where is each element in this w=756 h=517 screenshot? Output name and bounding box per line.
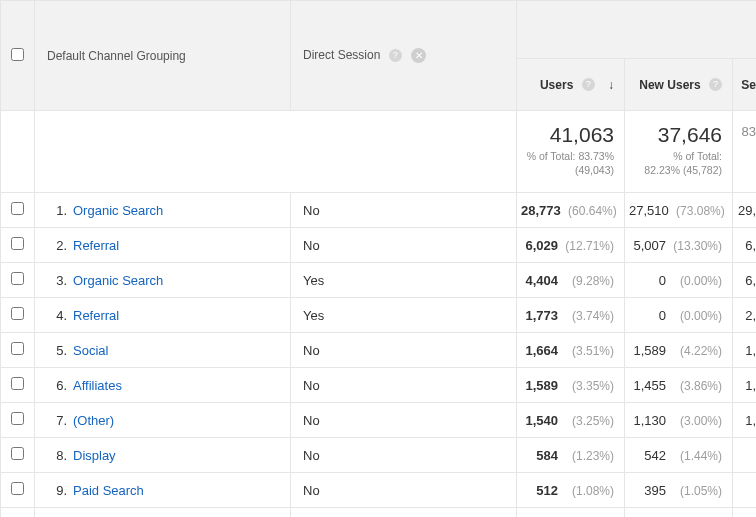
new-users-percent: (1.05%) <box>672 484 722 498</box>
users-percent: (3.51%) <box>564 344 614 358</box>
channel-cell: 5.Social <box>35 333 291 368</box>
row-checkbox[interactable] <box>11 377 24 390</box>
new-users-percent: (4.22%) <box>672 344 722 358</box>
new-users-cell: 0(0.00%) <box>625 508 733 518</box>
new-users-cell: 1,130(3.00%) <box>625 403 733 438</box>
table-row: 6.AffiliatesNo1,589(3.35%)1,455(3.86%)1, <box>1 368 757 403</box>
new-users-percent: (0.00%) <box>672 309 722 323</box>
row-checkbox[interactable] <box>11 482 24 495</box>
users-label: Users <box>540 78 573 92</box>
row-index: 9. <box>35 483 73 498</box>
row-checkbox[interactable] <box>11 342 24 355</box>
channel-cell: 8.Display <box>35 438 291 473</box>
sort-descending-icon: ↓ <box>608 78 614 92</box>
direct-session-cell: Yes <box>291 298 517 333</box>
help-icon[interactable]: ? <box>709 78 722 91</box>
new-users-cell: 542(1.44%) <box>625 438 733 473</box>
direct-session-cell: No <box>291 403 517 438</box>
table-row: 5.SocialNo1,664(3.51%)1,589(4.22%)1, <box>1 333 757 368</box>
new-users-value: 1,455 <box>633 378 666 393</box>
users-cell: 6,029(12.71%) <box>517 228 625 263</box>
channel-link[interactable]: Paid Search <box>73 483 144 498</box>
table-row: 10.(Other)Yes174(0.37%)0(0.00%) <box>1 508 757 518</box>
row-checkbox[interactable] <box>11 237 24 250</box>
summary-users-sub1: % of Total: 83.73% <box>523 149 614 163</box>
direct-session-cell: No <box>291 333 517 368</box>
row-checkbox-cell <box>1 263 35 298</box>
users-cell: 1,773(3.74%) <box>517 298 625 333</box>
new-users-value: 1,589 <box>633 343 666 358</box>
sessions-cell <box>733 508 757 518</box>
new-users-percent: (73.08%) <box>675 204 725 218</box>
users-percent: (3.35%) <box>564 379 614 393</box>
select-all-checkbox[interactable] <box>11 48 24 61</box>
users-cell: 28,773(60.64%) <box>517 193 625 228</box>
channel-link[interactable]: Referral <box>73 308 119 323</box>
direct-session-cell: No <box>291 473 517 508</box>
users-cell: 1,664(3.51%) <box>517 333 625 368</box>
summary-blank-wide <box>35 111 517 193</box>
channel-link[interactable]: Organic Search <box>73 273 163 288</box>
users-percent: (1.23%) <box>564 449 614 463</box>
summary-sessions-frag: 83 <box>739 123 756 141</box>
sessions-cell: 29, <box>733 193 757 228</box>
summary-new-users: 37,646 % of Total: 82.23% (45,782) <box>625 111 733 193</box>
column-header-sessions[interactable]: Se <box>733 59 757 111</box>
table-row: 1.Organic SearchNo28,773(60.64%)27,510(7… <box>1 193 757 228</box>
header-secondary-dimension[interactable]: Direct Session ? ✕ <box>291 1 517 111</box>
new-users-cell: 0(0.00%) <box>625 298 733 333</box>
channel-cell: 6.Affiliates <box>35 368 291 403</box>
header-primary-dimension[interactable]: Default Channel Grouping <box>35 1 291 111</box>
help-icon[interactable]: ? <box>582 78 595 91</box>
summary-new-users-sub1: % of Total: <box>631 149 722 163</box>
channel-link[interactable]: Affiliates <box>73 378 122 393</box>
row-index: 2. <box>35 238 73 253</box>
new-users-cell: 0(0.00%) <box>625 263 733 298</box>
users-value: 28,773 <box>521 203 561 218</box>
row-checkbox[interactable] <box>11 272 24 285</box>
direct-session-cell: No <box>291 368 517 403</box>
row-checkbox-cell <box>1 228 35 263</box>
remove-secondary-dimension-icon[interactable]: ✕ <box>411 48 426 63</box>
acquisition-channels-table: Default Channel Grouping Direct Session … <box>0 0 756 517</box>
row-index: 8. <box>35 448 73 463</box>
table-row: 3.Organic SearchYes4,404(9.28%)0(0.00%)6… <box>1 263 757 298</box>
row-checkbox-cell <box>1 333 35 368</box>
users-cell: 1,540(3.25%) <box>517 403 625 438</box>
channel-link[interactable]: Display <box>73 448 116 463</box>
users-value: 1,589 <box>525 378 558 393</box>
users-value: 4,404 <box>525 273 558 288</box>
row-checkbox[interactable] <box>11 447 24 460</box>
row-checkbox-cell <box>1 298 35 333</box>
channel-link[interactable]: Social <box>73 343 108 358</box>
users-cell: 1,589(3.35%) <box>517 368 625 403</box>
help-icon[interactable]: ? <box>389 49 402 62</box>
new-users-cell: 1,589(4.22%) <box>625 333 733 368</box>
channel-link[interactable]: Referral <box>73 238 119 253</box>
channel-cell: 10.(Other) <box>35 508 291 518</box>
column-header-users[interactable]: Users ? ↓ <box>517 59 625 111</box>
new-users-cell: 395(1.05%) <box>625 473 733 508</box>
row-checkbox[interactable] <box>11 202 24 215</box>
users-cell: 174(0.37%) <box>517 508 625 518</box>
channel-link[interactable]: (Other) <box>73 413 114 428</box>
new-users-value: 0 <box>659 273 666 288</box>
sessions-cell: 1, <box>733 368 757 403</box>
row-checkbox[interactable] <box>11 412 24 425</box>
sessions-label: Se <box>741 78 756 92</box>
users-percent: (3.74%) <box>564 309 614 323</box>
sessions-cell: 2, <box>733 298 757 333</box>
new-users-cell: 27,510(73.08%) <box>625 193 733 228</box>
column-header-new-users[interactable]: New Users ? <box>625 59 733 111</box>
new-users-percent: (1.44%) <box>672 449 722 463</box>
users-percent: (1.08%) <box>564 484 614 498</box>
users-percent: (3.25%) <box>564 414 614 428</box>
row-checkbox-cell <box>1 438 35 473</box>
sessions-cell <box>733 473 757 508</box>
new-users-value: 1,130 <box>633 413 666 428</box>
row-checkbox[interactable] <box>11 307 24 320</box>
summary-row: 41,063 % of Total: 83.73% (49,043) 37,64… <box>1 111 757 193</box>
channel-link[interactable]: Organic Search <box>73 203 163 218</box>
row-checkbox-cell <box>1 508 35 518</box>
users-value: 584 <box>536 448 558 463</box>
